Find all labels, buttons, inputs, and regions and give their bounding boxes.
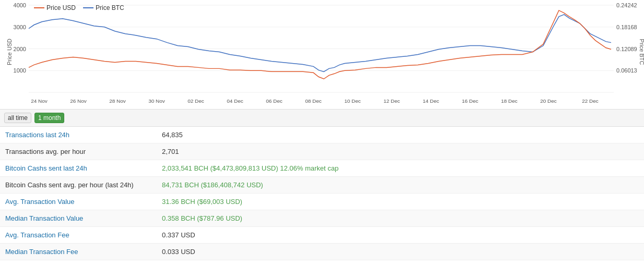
table-row: Transactions last 24h64,835 <box>0 127 644 143</box>
svg-text:26 Nov: 26 Nov <box>70 98 87 104</box>
svg-text:0.18168: 0.18168 <box>616 24 637 30</box>
svg-text:28 Nov: 28 Nov <box>109 98 126 104</box>
stat-value: 2,701 <box>157 143 644 160</box>
stat-label-link[interactable]: Transactions last 24h <box>5 131 69 139</box>
svg-text:0.06013: 0.06013 <box>616 67 637 74</box>
stat-value: 0.337 USD <box>157 227 644 244</box>
stat-value: 2,033,541 BCH ($4,473,809,813 USD) 12.06… <box>157 160 644 177</box>
table-row: Median Transaction Value0.358 BCH ($787.… <box>0 210 644 227</box>
table-row: Transactions avg. per hour2,701 <box>0 143 644 160</box>
stats-table: Transactions last 24h64,835Transactions … <box>0 127 644 260</box>
table-row: Bitcoin Cashs sent last 24h2,033,541 BCH… <box>0 160 644 177</box>
table-row: Median Transaction Fee0.033 USD <box>0 244 644 260</box>
stat-label-link[interactable]: Avg. Transaction Value <box>5 198 75 206</box>
stat-value: 64,835 <box>157 127 644 143</box>
chart-legend: Price USD Price BTC <box>34 4 124 11</box>
svg-text:02 Dec: 02 Dec <box>188 98 204 104</box>
svg-text:30 Nov: 30 Nov <box>148 98 165 104</box>
svg-text:20 Dec: 20 Dec <box>540 98 557 104</box>
chart-svg: 4000 3000 2000 1000 Price USD 0.24242 0.… <box>0 0 644 109</box>
stat-label[interactable]: Avg. Transaction Fee <box>0 227 157 244</box>
legend-price-usd: Price USD <box>34 4 76 11</box>
svg-text:4000: 4000 <box>14 2 26 8</box>
legend-price-usd-label: Price USD <box>46 4 76 11</box>
stat-label: Transactions avg. per hour <box>0 143 157 160</box>
stat-label[interactable]: Median Transaction Value <box>0 210 157 227</box>
stat-label: Bitcoin Cashs sent avg. per hour (last 2… <box>0 177 157 194</box>
svg-text:12 Dec: 12 Dec <box>383 98 400 104</box>
stat-label-link[interactable]: Median Transaction Fee <box>5 248 78 256</box>
legend-price-btc-label: Price BTC <box>96 4 124 11</box>
stat-label-link[interactable]: Bitcoin Cashs sent last 24h <box>5 164 87 172</box>
stat-label[interactable]: Median Transaction Fee <box>0 244 157 260</box>
svg-text:2000: 2000 <box>14 46 26 52</box>
all-time-button[interactable]: all time <box>4 113 31 123</box>
table-row: Avg. Transaction Value31.36 BCH ($69,003… <box>0 194 644 210</box>
legend-price-btc: Price BTC <box>83 4 124 11</box>
svg-text:08 Dec: 08 Dec <box>305 98 322 104</box>
stat-label-link[interactable]: Avg. Transaction Fee <box>5 231 69 239</box>
table-row: Bitcoin Cashs sent avg. per hour (last 2… <box>0 177 644 194</box>
svg-text:Price BTC: Price BTC <box>639 39 644 65</box>
stat-label[interactable]: Bitcoin Cashs sent last 24h <box>0 160 157 177</box>
svg-text:06 Dec: 06 Dec <box>266 98 283 104</box>
table-row: Avg. Transaction Fee0.337 USD <box>0 227 644 244</box>
stat-label[interactable]: Transactions last 24h <box>0 127 157 143</box>
stat-value: 84,731 BCH ($186,408,742 USD) <box>157 177 644 194</box>
stat-value: 0.358 BCH ($787.96 USD) <box>157 210 644 227</box>
one-month-button[interactable]: 1 month <box>34 113 64 123</box>
svg-text:24 Nov: 24 Nov <box>31 98 48 104</box>
svg-text:14 Dec: 14 Dec <box>423 98 439 104</box>
svg-text:Price USD: Price USD <box>6 39 13 65</box>
svg-text:18 Dec: 18 Dec <box>501 98 518 104</box>
svg-text:22 Dec: 22 Dec <box>582 98 599 104</box>
legend-line-red <box>34 7 44 8</box>
svg-text:10 Dec: 10 Dec <box>344 98 361 104</box>
svg-text:3000: 3000 <box>14 24 26 30</box>
price-chart: Price USD Price BTC 4000 3000 2000 1000 … <box>0 0 644 110</box>
svg-text:16 Dec: 16 Dec <box>462 98 478 104</box>
svg-text:04 Dec: 04 Dec <box>227 98 243 104</box>
svg-text:1000: 1000 <box>14 67 26 74</box>
stat-label-link[interactable]: Median Transaction Value <box>5 214 83 222</box>
svg-text:0.12089: 0.12089 <box>616 46 637 52</box>
legend-line-blue <box>83 7 93 8</box>
stat-label[interactable]: Avg. Transaction Value <box>0 194 157 210</box>
time-controls: all time 1 month <box>0 110 644 127</box>
stat-value: 0.033 USD <box>157 244 644 260</box>
svg-text:0.24242: 0.24242 <box>616 2 637 8</box>
stat-value: 31.36 BCH ($69,003 USD) <box>157 194 644 210</box>
